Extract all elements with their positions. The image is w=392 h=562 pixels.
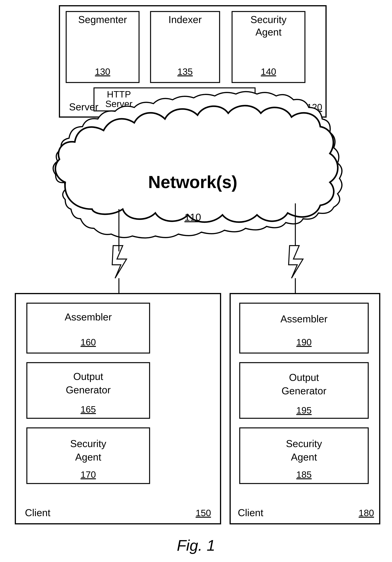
security-agent-185-label2: Agent bbox=[291, 451, 317, 463]
lightning-right bbox=[289, 246, 303, 278]
indexer-id: 135 bbox=[177, 67, 193, 77]
output-gen-195-label2: Generator bbox=[282, 385, 326, 397]
network-label: Network(s) bbox=[148, 173, 237, 192]
assembler-190-id: 190 bbox=[296, 337, 312, 347]
security-agent-185-id: 185 bbox=[296, 469, 312, 480]
client-left-label: Client bbox=[25, 507, 50, 518]
client-right-id: 180 bbox=[359, 508, 374, 518]
output-gen-165-id: 165 bbox=[81, 404, 96, 414]
figure-caption: Fig. 1 bbox=[177, 537, 215, 554]
output-gen-165-label2: Generator bbox=[66, 384, 111, 396]
security-agent-170-id: 170 bbox=[81, 469, 96, 480]
security-agent-170-label1: Security bbox=[70, 438, 106, 449]
security-agent-170-label2: Agent bbox=[75, 451, 101, 463]
network-id: 110 bbox=[184, 212, 201, 223]
diagram-container: Segmenter 130 Indexer 135 Security Agent… bbox=[0, 0, 392, 562]
client-left-id: 150 bbox=[196, 508, 211, 518]
segmenter-id: 130 bbox=[95, 67, 110, 77]
client-right-label: Client bbox=[238, 507, 263, 518]
security-agent-140-label-line1: Security bbox=[251, 14, 287, 25]
security-agent-140-id: 140 bbox=[261, 67, 276, 77]
indexer-label: Indexer bbox=[168, 14, 202, 25]
http-server-label-line1: HTTP bbox=[107, 89, 131, 99]
segmenter-label: Segmenter bbox=[78, 14, 127, 25]
output-gen-195-label1: Output bbox=[289, 372, 319, 383]
server-label: Server bbox=[69, 101, 98, 112]
assembler-190-label: Assembler bbox=[280, 313, 328, 325]
output-gen-165-label1: Output bbox=[73, 371, 103, 382]
security-agent-140-label-line2: Agent bbox=[255, 26, 282, 38]
assembler-160-id: 160 bbox=[81, 337, 96, 347]
assembler-160-label: Assembler bbox=[65, 311, 112, 323]
output-gen-195-id: 195 bbox=[296, 405, 312, 415]
security-agent-185-label1: Security bbox=[286, 438, 322, 449]
